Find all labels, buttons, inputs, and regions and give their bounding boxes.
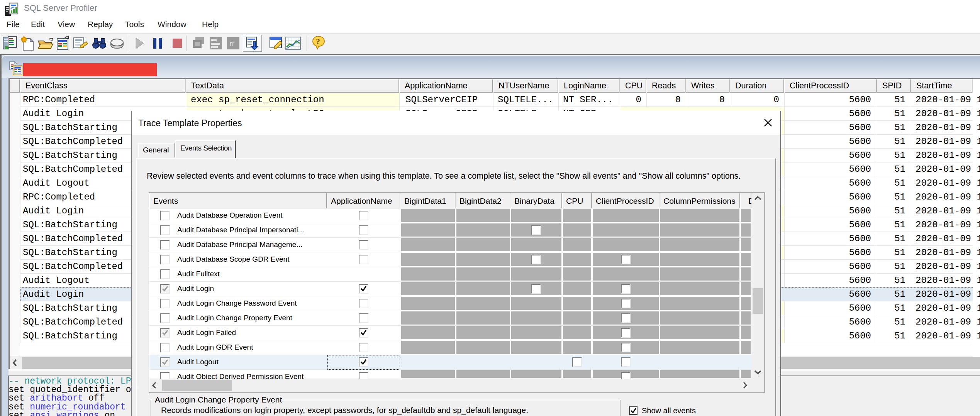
svg-text:?: ?: [316, 37, 320, 46]
svg-text:rr: rr: [229, 39, 235, 48]
